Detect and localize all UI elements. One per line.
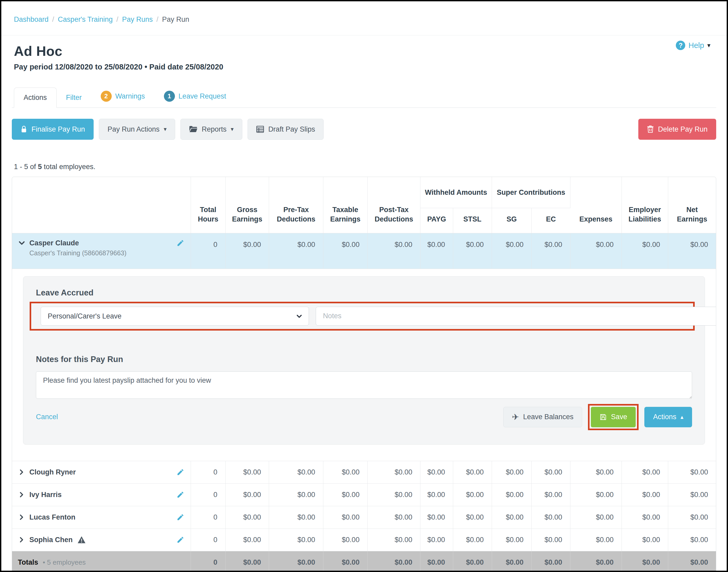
edit-pencil-icon[interactable] (177, 491, 184, 499)
cell-ec: $0.00 (532, 461, 571, 483)
sg-total: $0.00 (492, 551, 532, 572)
chevron-right-icon[interactable] (18, 469, 29, 476)
tab-bar: Actions Filter 2 Warnings 1 Leave Reques… (12, 85, 716, 108)
cell-post-tax-deductions: $0.00 (368, 506, 420, 528)
warnings-count-badge: 2 (101, 91, 112, 102)
cell-stsl: $0.00 (453, 528, 492, 551)
airplane-icon: ✈ (512, 413, 519, 421)
finalise-pay-run-button[interactable]: Finalise Pay Run (12, 119, 93, 140)
help-menu[interactable]: ? Help ▾ (676, 41, 711, 50)
leave-type-select[interactable]: Personal/Carer's Leave (41, 307, 309, 326)
cell-pre-tax-deductions: $0.00 (269, 233, 323, 269)
breadcrumb-current: Pay Run (162, 15, 189, 23)
payslip-list-icon (256, 126, 264, 133)
table-row-clough-ryner[interactable]: Clough Ryner 0 $0.00 $0.00 $0.00 $0.00 $… (12, 461, 716, 483)
cell-expenses: $0.00 (570, 461, 621, 483)
employee-detail-panel: Leave Accrued Personal/Carer's Leave (23, 276, 705, 445)
tab-warnings-label: Warnings (115, 92, 145, 100)
cell-total-hours: 0 (191, 233, 225, 269)
cell-sg: $0.00 (492, 528, 532, 551)
cancel-link[interactable]: Cancel (36, 413, 58, 421)
summary-range: 1 - 5 of (14, 163, 36, 171)
col-expenses: Expenses (570, 177, 621, 233)
chevron-right-icon[interactable] (18, 491, 29, 498)
cell-post-tax-deductions: $0.00 (368, 528, 420, 551)
lock-icon (20, 125, 27, 133)
cell-net-earnings: $0.00 (668, 528, 716, 551)
pay-run-actions-button[interactable]: Pay Run Actions ▾ (99, 119, 175, 140)
chevron-right-icon[interactable] (18, 536, 29, 544)
chevron-right-icon[interactable] (18, 513, 29, 521)
actions-button[interactable]: Actions ▴ (644, 407, 692, 427)
edit-pencil-icon[interactable] (177, 513, 184, 521)
reports-label: Reports (202, 125, 226, 133)
col-total-hours: Total Hours (191, 177, 225, 233)
chevron-down-icon[interactable] (18, 239, 29, 247)
breadcrumb-business[interactable]: Casper's Training (58, 15, 113, 23)
stsl-total: $0.00 (453, 551, 492, 572)
tab-filter-label: Filter (66, 93, 82, 102)
cell-pre-tax-deductions: $0.00 (269, 483, 323, 506)
tab-actions[interactable]: Actions (14, 87, 57, 108)
cell-payg: $0.00 (420, 233, 453, 269)
cell-net-earnings: $0.00 (668, 506, 716, 528)
cell-taxable-earnings: $0.00 (323, 483, 368, 506)
pre-tax-deductions-total: $0.00 (269, 551, 323, 572)
leave-notes-input[interactable] (316, 307, 716, 326)
cell-post-tax-deductions: $0.00 (368, 483, 420, 506)
tab-leave-request[interactable]: 1 Leave Request (154, 85, 236, 108)
ec-total: $0.00 (532, 551, 571, 572)
cell-pre-tax-deductions: $0.00 (269, 506, 323, 528)
draft-pay-slips-button[interactable]: Draft Pay Slips (248, 119, 324, 140)
leave-accrual-annotation-box: Personal/Carer's Leave Hours (29, 302, 695, 331)
breadcrumb-pay-runs[interactable]: Pay Runs (122, 15, 153, 23)
save-label: Save (611, 413, 627, 421)
col-payg: PAYG (420, 208, 453, 233)
cell-sg: $0.00 (492, 233, 532, 269)
edit-pencil-icon[interactable] (177, 239, 184, 247)
employer-liabilities-total: $0.00 (621, 551, 668, 572)
pay-run-notes-textarea[interactable]: Please find you latest payslip attached … (36, 371, 692, 399)
delete-pay-run-button[interactable]: Delete Pay Run (638, 119, 716, 140)
tab-actions-label: Actions (23, 93, 47, 102)
breadcrumb: Dashboard/Casper's Training/Pay Runs/Pay… (1, 1, 727, 35)
employee-business-id: Casper's Training (58606879663) (29, 249, 191, 257)
cell-post-tax-deductions: $0.00 (368, 233, 420, 269)
save-button[interactable]: Save (591, 407, 636, 427)
group-super-contributions: Super Contributions (492, 177, 570, 208)
edit-pencil-icon[interactable] (177, 468, 184, 476)
cell-net-earnings: $0.00 (668, 461, 716, 483)
tab-filter[interactable]: Filter (57, 88, 91, 108)
help-label: Help (688, 41, 704, 50)
payg-total: $0.00 (420, 551, 453, 572)
employee-name: Casper Claude (29, 239, 79, 247)
table-row-casper-claude[interactable]: Casper Claude Casper's Training (5860687… (12, 233, 716, 269)
cell-gross-earnings: $0.00 (225, 506, 269, 528)
summary-count: 5 (38, 163, 42, 171)
app-window: Dashboard/Casper's Training/Pay Runs/Pay… (0, 0, 728, 572)
help-question-icon: ? (676, 41, 685, 50)
table-row-lucas-fenton[interactable]: Lucas Fenton 0 $0.00 $0.00 $0.00 $0.00 $… (12, 506, 716, 528)
employee-name: Clough Ryner (29, 468, 76, 476)
breadcrumb-separator: / (156, 15, 158, 23)
leave-accrued-heading: Leave Accrued (36, 288, 692, 297)
net-earnings-total: $0.00 (668, 551, 716, 572)
caret-down-icon: ▾ (163, 126, 167, 133)
caret-up-icon: ▴ (680, 414, 683, 421)
notes-for-pay-run-heading: Notes for this Pay Run (36, 355, 692, 364)
table-row-ivy-harris[interactable]: Ivy Harris 0 $0.00 $0.00 $0.00 $0.00 $0.… (12, 483, 716, 506)
pay-run-toolbar: Finalise Pay Run Pay Run Actions ▾ Repor… (12, 119, 716, 140)
tab-warnings[interactable]: 2 Warnings (91, 85, 154, 108)
edit-pencil-icon[interactable] (177, 536, 184, 544)
table-row-sophia-chen[interactable]: Sophia Chen 0 $0.00 $0.00 $0.00 (12, 528, 716, 551)
leave-balances-label: Leave Balances (523, 413, 574, 421)
cell-total-hours: 0 (191, 528, 225, 551)
leave-balances-button[interactable]: ✈ Leave Balances (503, 407, 582, 427)
cell-payg: $0.00 (420, 461, 453, 483)
breadcrumb-dashboard[interactable]: Dashboard (14, 15, 49, 23)
draft-pay-slips-label: Draft Pay Slips (268, 125, 315, 133)
breadcrumb-separator: / (117, 15, 119, 23)
reports-button[interactable]: Reports ▾ (181, 119, 242, 140)
cell-taxable-earnings: $0.00 (323, 233, 368, 269)
trash-icon (647, 125, 654, 133)
